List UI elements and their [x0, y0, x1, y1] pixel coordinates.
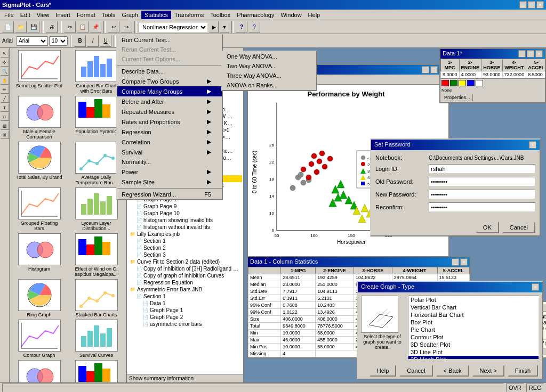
tool-line[interactable]: ╱ — [1, 94, 9, 103]
data-min-btn[interactable]: _ — [518, 50, 526, 58]
gt-polar[interactable]: Polar Plot — [408, 296, 539, 304]
password-dialog-close[interactable]: × — [529, 141, 536, 149]
reconfirm-input[interactable] — [429, 202, 535, 212]
data-max-btn[interactable]: □ — [527, 50, 534, 58]
font-select[interactable]: Arial — [16, 36, 48, 46]
copy-btn[interactable]: 📋 — [77, 21, 89, 33]
thumb-10[interactable]: Ring Graph — [12, 279, 67, 317]
menu-view[interactable]: View — [34, 11, 53, 19]
tool-fill[interactable]: ▧ — [1, 121, 9, 130]
tree-node-35[interactable]: 📄Data 1 — [128, 300, 242, 307]
open-btn[interactable]: 📁 — [15, 21, 27, 33]
go-btn[interactable]: ▶ — [209, 21, 219, 33]
tree-node-22[interactable]: 📄Graph Page 10 — [128, 210, 242, 217]
tree-node-29[interactable]: 📁Curve Fit to Section 2 data (edited) — [128, 258, 242, 265]
tree-node-32[interactable]: 📄Regression Equation — [128, 279, 242, 286]
size-select[interactable]: 10 — [49, 36, 68, 46]
paste-btn[interactable]: 📌 — [90, 21, 101, 33]
print-btn[interactable]: 🖨 — [46, 21, 58, 33]
gt-vbar[interactable]: Vertical Bar Chart — [408, 304, 539, 311]
tree-node-36[interactable]: 📄Graph Page 1 — [128, 307, 242, 314]
thumb-7[interactable]: Lyceum Layer Distribution... — [69, 187, 124, 231]
tree-node-38[interactable]: 📄asymmetric error bars — [128, 321, 242, 328]
tree-node-25[interactable]: 📁Lilly Examples.jnb — [128, 231, 242, 238]
graph-type-listbox[interactable]: Polar Plot Vertical Bar Chart Horizontal… — [408, 296, 539, 360]
tool-zoom[interactable]: 🔍 — [1, 67, 9, 76]
thumb-8[interactable]: Histogram — [12, 233, 67, 277]
menu-repeated[interactable]: Repeated Measures ▶ — [117, 107, 222, 117]
menu-tools[interactable]: Tools — [99, 11, 119, 19]
tree-node-24[interactable]: 📄histogram without invalid fits — [128, 224, 242, 231]
menu-sample-size[interactable]: Sample Size ▶ — [117, 177, 222, 187]
thumb-13[interactable]: Survival Curves — [69, 320, 124, 358]
regression-dropdown[interactable]: Nonlinear Regression — [139, 22, 208, 32]
tree-node-34[interactable]: 📄Section 1 — [128, 293, 242, 300]
sub-ranks[interactable]: ANOVA on Ranks... — [222, 80, 316, 90]
tree-node-33[interactable]: 📁Asymmetric Error Bars.JNB — [128, 286, 242, 293]
new-btn[interactable]: 📄 — [2, 21, 14, 33]
menu-file[interactable]: File — [1, 11, 17, 19]
thumb-15[interactable]: California (equirectangu...) — [69, 360, 124, 382]
color-yellow[interactable] — [459, 80, 466, 86]
gt-3dscatter[interactable]: 3D Scatter Plot — [408, 341, 539, 348]
gt-pie[interactable]: Pie Chart — [408, 326, 539, 333]
thumb-9[interactable]: Effect of Wind on C. sapidus Megalopa... — [69, 233, 124, 277]
menu-describe-data[interactable]: Describe Data... — [117, 67, 222, 76]
menu-graph[interactable]: Graph — [118, 11, 141, 19]
tool-select[interactable]: ⊹ — [1, 58, 9, 67]
tree-node-37[interactable]: 📄Graph Page 2 — [128, 314, 242, 321]
menu-insert[interactable]: Insert — [52, 11, 74, 19]
gt-3dmesh[interactable]: 3D Mesh Plot — [408, 356, 539, 360]
menu-regression[interactable]: Regression ▶ — [117, 127, 222, 137]
menu-run-current[interactable]: Run Current Test... — [117, 35, 222, 45]
tree-node-23[interactable]: 📄histogram showing invalid fits — [128, 217, 242, 224]
gt-box[interactable]: Box Plot — [408, 318, 539, 326]
stats-close-btn[interactable]: × — [460, 258, 468, 266]
tree-node-26[interactable]: 📄Section 1 — [128, 238, 242, 244]
graph-types-list[interactable]: Polar Plot Vertical Bar Chart Horizontal… — [408, 296, 539, 360]
menu-format[interactable]: Format — [74, 11, 99, 19]
menu-edit[interactable]: Edit — [17, 11, 34, 19]
tree-node-28[interactable]: 📄Section 3 — [128, 251, 242, 258]
menu-window[interactable]: Window — [277, 11, 304, 19]
pw-ok-btn[interactable]: OK — [476, 222, 499, 233]
graph-min-btn[interactable]: _ — [422, 66, 429, 74]
login-input[interactable] — [429, 164, 535, 174]
menu-help[interactable]: Help — [305, 11, 324, 19]
menu-compare-many[interactable]: Compare Many Groups ▶ — [117, 86, 222, 96]
tool-data[interactable]: ⊞ — [1, 130, 9, 139]
cg-help-btn[interactable]: Help — [370, 365, 397, 377]
color-green[interactable] — [450, 80, 457, 86]
gt-hbar[interactable]: Horizontal Bar Chart — [408, 311, 539, 318]
stats-min-btn[interactable]: _ — [452, 258, 459, 266]
sub-two-way[interactable]: Two Way ANOVA... — [222, 61, 316, 71]
thumb-0[interactable]: Semi-Log Scatter Plot — [12, 50, 67, 94]
thumb-14[interactable]: World Population Timeline — [12, 360, 67, 382]
minimize-btn[interactable]: _ — [519, 1, 527, 9]
tree-node-31[interactable]: 📄Copy of graph of Inhibition Curves — [128, 272, 242, 279]
thumb-4[interactable]: Total Sales, By Brand — [12, 142, 67, 185]
tool-arrow[interactable]: ↖ — [1, 49, 9, 58]
new-pw-input[interactable] — [429, 190, 535, 199]
cg-finish-btn[interactable]: Finish — [508, 365, 538, 377]
graph-max-btn[interactable]: □ — [430, 66, 438, 74]
menu-pharmacology[interactable]: Pharmacology — [234, 11, 277, 19]
thumb-12[interactable]: Contour Graph — [12, 320, 67, 358]
menu-normality[interactable]: Normality... — [117, 157, 222, 167]
question-btn[interactable]: ? — [248, 21, 260, 33]
menu-rerun-current[interactable]: Rerun Current Test... — [117, 45, 222, 54]
tool-pan[interactable]: ✋ — [1, 76, 9, 85]
create-graph-close[interactable]: × — [532, 283, 539, 291]
color-blue[interactable] — [467, 80, 475, 86]
color-red[interactable] — [441, 80, 449, 86]
help-btn[interactable]: ? — [236, 21, 247, 33]
bold-btn[interactable]: B — [74, 35, 86, 47]
menu-toolbox[interactable]: Toolbox — [207, 11, 234, 19]
cg-back-btn[interactable]: < Back — [436, 365, 469, 377]
data-close-btn[interactable]: × — [535, 50, 543, 58]
menu-rates[interactable]: Rates and Proportions ▶ — [117, 117, 222, 127]
maximize-btn[interactable]: □ — [528, 1, 535, 9]
old-pw-input[interactable] — [429, 177, 535, 186]
thumb-6[interactable]: Grouped Floating Bars — [12, 187, 67, 231]
menu-survival[interactable]: Survival ▶ — [117, 147, 222, 157]
